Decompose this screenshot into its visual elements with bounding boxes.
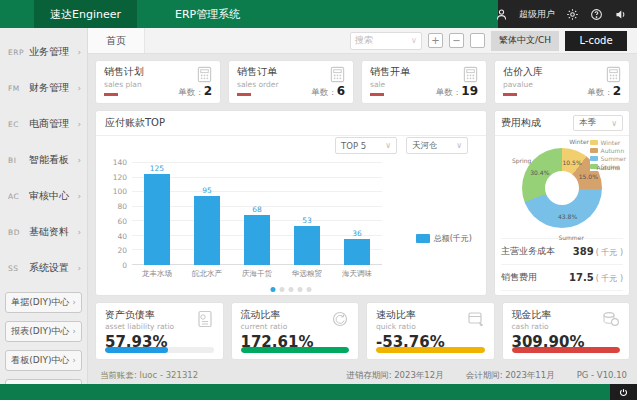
kpi-card[interactable]: 销售计划sales plan单数：2 [95,60,221,104]
sidebar-item-code: AC [8,192,29,201]
expense-row: 销售费用17.5( 千元 ) [501,264,623,290]
legend-name: Autumn [601,147,625,154]
chart-filters: TOP 5 ∨ 天河仓 ∨ [335,137,468,154]
speaker-icon[interactable] [614,7,627,21]
sidebar-item-bd[interactable]: BD基础资料› [0,214,87,250]
legend-swatch [590,148,598,153]
bar[interactable] [144,174,170,265]
legend-swatch [590,140,598,145]
warehouse-select[interactable]: 天河仓 ∨ [406,137,468,154]
user-icon[interactable] [495,7,508,21]
sidebar-item-label: 财务管理 [29,81,69,95]
expense-title: 费用构成 [501,116,541,130]
sidebar-item-code: FM [8,84,29,93]
sidebar-item-label: 智能看板 [29,153,69,167]
tab-bar: 首页 搜索 ∨ + − 繁体中文/CH L-code [88,28,637,54]
chevron-right-icon: › [77,227,81,237]
bar-value-label: 95 [202,186,212,195]
zoom-out-icon[interactable]: − [449,33,464,48]
expense-row: 主营业务成本389( 千元 ) [501,238,623,264]
sidebar-item-ec[interactable]: EC电商管理› [0,106,87,142]
calculator-icon [462,66,479,86]
chevron-down-icon: ∨ [611,119,617,128]
bar-value-label: 36 [352,229,362,238]
bar-group[interactable]: 95皖北水产 [182,163,232,265]
bar[interactable] [294,226,320,265]
sidebar-item-ac[interactable]: AC审核中心› [0,178,87,214]
legend-name: Winter [601,139,621,146]
language-toggle-button[interactable]: 繁体中文/CH [491,31,559,51]
header-spacer [240,0,498,28]
donut-legend-item: Autumn [590,147,626,154]
diy-center-button[interactable]: 单据(DIY)中心› [5,292,82,313]
top-n-select[interactable]: TOP 5 ∨ [335,137,397,154]
bar-group[interactable]: 68庆海干货 [232,163,282,265]
ratio-card[interactable]: 流动比率current ratio172.61% [231,302,360,360]
accounting-period: 会计期间: 2023年11月 [466,370,555,382]
sidebar-item-fm[interactable]: FM财务管理› [0,70,87,106]
ratio-card[interactable]: 资产负债率asset liability ratio57.93% [95,302,224,360]
page-dot[interactable] [307,287,312,292]
diy-center-button[interactable]: 看板(DIY)中心› [5,350,82,371]
help-icon[interactable] [590,7,603,21]
period-select[interactable]: 本季 ∨ [573,115,623,131]
page-dot[interactable] [298,287,303,292]
page-dot[interactable] [289,287,294,292]
page-dot[interactable] [280,287,285,292]
sidebar-item-label: 业务管理 [29,45,69,59]
zoom-in-icon[interactable]: + [428,33,443,48]
circular-arrows-icon [330,309,350,332]
expense-label: 销售费用 [501,271,537,284]
y-axis-tick: 0 [122,261,127,270]
tab-home[interactable]: 首页 [88,28,145,53]
sidebar-item-bi[interactable]: BI智能看板› [0,142,87,178]
search-input[interactable]: 搜索 ∨ [350,32,422,50]
lcode-button[interactable]: L-code [565,31,627,51]
slice-percent-label: 15.0% [579,173,598,180]
x-axis-label: 海天调味 [342,269,372,279]
sidebar-item-code: BD [8,228,29,237]
kpi-card[interactable]: 销售订单sales order单数：6 [228,60,354,104]
expense-value: 389( 千元 ) [573,246,623,258]
sidebar-item-ss[interactable]: SS系统设置› [0,250,87,286]
bar[interactable] [194,196,220,265]
bar-value-label: 68 [252,205,262,214]
kpi-count: 单数：19 [436,84,478,99]
bar[interactable] [244,215,270,265]
fullscreen-icon[interactable] [470,33,485,48]
page-dot[interactable] [271,287,276,292]
chevron-right-icon: › [77,191,81,201]
progress-fill [376,347,485,353]
bar-group[interactable]: 53华远粮贸 [282,163,332,265]
power-button[interactable] [610,384,637,400]
ratio-card[interactable]: 速动比率quick ratio-53.76% [366,302,495,360]
ratio-card[interactable]: 现金比率cash ratio309.90% [502,302,631,360]
sidebar-item-code: ERP [8,48,29,57]
erp-app: 速达Engineer ERP管理系统 超级用户 ERP业务管理›FM财务管理›E… [0,0,637,400]
bar[interactable] [344,239,370,265]
gear-icon[interactable] [566,7,579,21]
chevron-right-icon: › [77,155,81,165]
logo: 速达Engineer [34,0,137,28]
bar-group[interactable]: 36海天调味 [332,163,382,265]
chevron-down-icon: ∨ [385,141,391,150]
kpi-count-value: 2 [613,84,621,98]
kpi-card[interactable]: 销售开单sale单数：19 [361,60,487,104]
bar-group[interactable]: 125龙丰水场 [132,163,182,265]
tabbar-controls: 搜索 ∨ + − 繁体中文/CH L-code [350,31,629,51]
card-arrow-icon [466,309,486,332]
chevron-right-icon: › [72,298,75,307]
balance-sheet-icon [195,309,215,332]
ratio-row: 资产负债率asset liability ratio57.93%流动比率curr… [95,302,630,360]
progress-fill [512,347,621,353]
kpi-red-dash [370,93,384,96]
diy-center-button[interactable]: 报表(DIY)中心› [5,321,82,342]
donut-hole [545,171,579,205]
kpi-red-dash [237,93,251,96]
expense-row: 其他业务成本0.17( 千元 ) [501,290,623,295]
footer-bar [0,384,637,400]
y-axis-tick: 20 [117,246,127,255]
sidebar-item-erp[interactable]: ERP业务管理› [0,34,87,70]
kpi-card[interactable]: 估价入库pavalue单数：2 [494,60,630,104]
user-name[interactable]: 超级用户 [519,8,555,21]
